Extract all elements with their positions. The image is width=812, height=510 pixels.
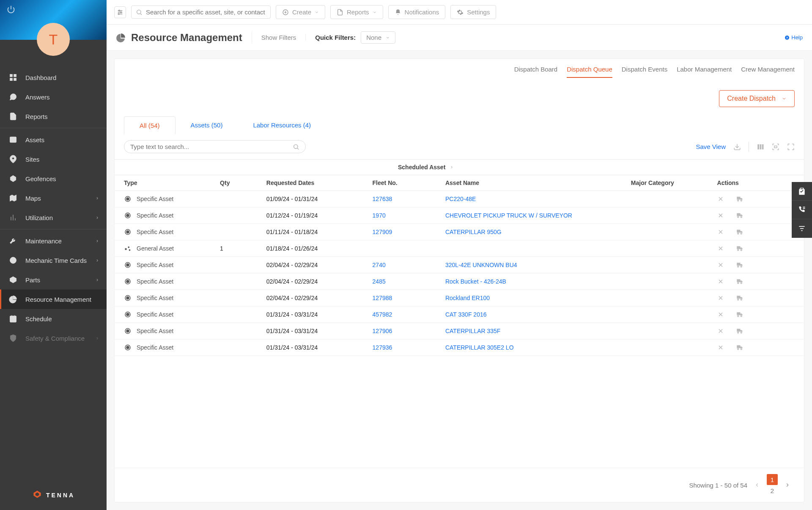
asset-name-link[interactable]: Rockland ER100 xyxy=(445,295,490,301)
remove-icon[interactable] xyxy=(717,212,724,219)
fleet-link[interactable]: 457982 xyxy=(373,311,392,318)
fleet-link[interactable]: 127936 xyxy=(373,344,392,351)
quick-filters-select[interactable]: None xyxy=(361,31,395,44)
pager-prev[interactable] xyxy=(752,480,763,491)
settings-button[interactable]: Settings xyxy=(450,5,496,19)
truck-icon[interactable] xyxy=(735,245,744,252)
tab-crew-management[interactable]: Crew Management xyxy=(741,66,795,78)
sidebar-item-parts[interactable]: Parts› xyxy=(0,270,107,289)
sub-tab-1[interactable]: Assets (50) xyxy=(176,116,238,134)
truck-icon[interactable] xyxy=(735,344,744,351)
tab-dispatch-queue[interactable]: Dispatch Queue xyxy=(567,66,612,78)
scheduled-asset-group-header[interactable]: Scheduled Asset xyxy=(115,159,804,175)
power-icon[interactable] xyxy=(7,5,15,14)
asset-name-link[interactable]: 320L-42E UNKNOWN BU4 xyxy=(445,262,517,268)
sub-tab-2[interactable]: Labor Resources (4) xyxy=(238,116,326,134)
remove-icon[interactable] xyxy=(717,344,724,351)
pager-page-1[interactable]: 1 xyxy=(767,474,778,485)
show-filters-link[interactable]: Show Filters xyxy=(261,34,306,41)
truck-icon[interactable] xyxy=(735,212,744,219)
table-search[interactable] xyxy=(124,140,306,153)
sidebar-item-resource-management[interactable]: Resource Management xyxy=(0,289,107,309)
truck-icon[interactable] xyxy=(735,261,744,269)
col-header-category[interactable]: Major Category xyxy=(625,175,711,191)
fleet-link[interactable]: 2485 xyxy=(373,278,386,285)
asset-name-link[interactable]: Rock Bucket - 426-24B xyxy=(445,278,506,285)
create-dispatch-button[interactable]: Create Dispatch xyxy=(719,90,795,107)
truck-icon[interactable] xyxy=(735,278,744,285)
pager-page-2[interactable]: 2 xyxy=(767,485,778,496)
remove-icon[interactable] xyxy=(717,311,724,318)
fleet-link[interactable]: 1970 xyxy=(373,212,386,219)
remove-icon[interactable] xyxy=(717,262,724,268)
sidebar-item-safety-compliance[interactable]: Safety & Compliance› xyxy=(0,328,107,348)
sidebar-item-assets[interactable]: Assets xyxy=(0,130,107,149)
remove-icon[interactable] xyxy=(717,229,724,235)
sidebar-item-sites[interactable]: Sites xyxy=(0,149,107,169)
remove-icon[interactable] xyxy=(717,196,724,202)
asset-name-link[interactable]: CATERPILLAR 950G xyxy=(445,229,502,235)
sidebar-item-utilization[interactable]: Utilization› xyxy=(0,208,107,227)
fleet-link[interactable]: 127638 xyxy=(373,196,392,202)
fleet-link[interactable]: 127906 xyxy=(373,328,392,334)
sidebar-item-geofences[interactable]: Geofences xyxy=(0,169,107,188)
notifications-button[interactable]: Notifications xyxy=(388,5,446,19)
focus-icon[interactable] xyxy=(772,143,779,151)
svg-point-85 xyxy=(126,313,129,316)
fleet-link[interactable]: 127909 xyxy=(373,229,392,235)
pager-next[interactable] xyxy=(782,480,793,491)
sidebar-item-maps[interactable]: Maps› xyxy=(0,188,107,208)
col-header-fleet[interactable]: Fleet No. xyxy=(367,175,439,191)
truck-icon[interactable] xyxy=(735,228,744,236)
svg-point-42 xyxy=(126,198,129,200)
tab-labor-management[interactable]: Labor Management xyxy=(677,66,732,78)
create-button[interactable]: Create xyxy=(276,5,325,19)
page-header: Resource Management Show Filters Quick F… xyxy=(107,25,812,51)
col-header-type[interactable]: Type xyxy=(115,175,214,191)
tab-dispatch-board[interactable]: Dispatch Board xyxy=(514,66,558,78)
global-search[interactable] xyxy=(131,6,271,19)
col-header-dates[interactable]: Requested Dates xyxy=(261,175,367,191)
help-link[interactable]: ? Help xyxy=(785,34,803,41)
sidebar-item-schedule[interactable]: Schedule xyxy=(0,309,107,328)
remove-icon[interactable] xyxy=(717,328,724,334)
fullscreen-icon[interactable] xyxy=(787,143,795,151)
asset-name-link[interactable]: CATERPILLAR 305E2 LO xyxy=(445,344,514,351)
download-icon[interactable] xyxy=(733,143,741,151)
filters-toggle-icon[interactable] xyxy=(114,6,126,18)
save-view-link[interactable]: Save View xyxy=(696,143,726,150)
truck-icon[interactable] xyxy=(735,195,744,203)
col-header-name[interactable]: Asset Name xyxy=(439,175,625,191)
asset-name-link[interactable]: CHEVROLET PICKUP TRUCK W / SURVEYOR xyxy=(445,212,572,219)
fleet-link[interactable]: 2740 xyxy=(373,262,386,268)
svg-rect-38 xyxy=(760,144,762,149)
sidebar-item-answers[interactable]: Answers xyxy=(0,87,107,107)
table-search-input[interactable] xyxy=(130,143,293,150)
search-input[interactable] xyxy=(146,8,266,16)
col-header-actions[interactable]: Actions xyxy=(711,175,804,191)
truck-icon[interactable] xyxy=(735,311,744,318)
avatar[interactable]: T xyxy=(37,23,70,56)
clipboard-icon[interactable] xyxy=(792,182,812,201)
remove-icon[interactable] xyxy=(717,245,724,252)
reports-button[interactable]: Reports xyxy=(330,5,383,19)
col-header-qty[interactable]: Qty xyxy=(214,175,261,191)
filter-icon[interactable] xyxy=(792,219,812,238)
sub-tab-0[interactable]: All (54) xyxy=(124,116,176,134)
asset-name-link[interactable]: CATERPILLAR 335F xyxy=(445,328,500,334)
tab-dispatch-events[interactable]: Dispatch Events xyxy=(622,66,667,78)
asset-name-link[interactable]: CAT 330F 2016 xyxy=(445,311,487,318)
truck-icon[interactable] xyxy=(735,327,744,335)
phone-icon[interactable] xyxy=(792,201,812,219)
sidebar-item-maintenance[interactable]: Maintenance› xyxy=(0,231,107,251)
sidebar-item-mechanic-time-cards[interactable]: Mechanic Time Cards› xyxy=(0,251,107,270)
sidebar-item-reports[interactable]: Reports xyxy=(0,107,107,126)
svg-point-61 xyxy=(129,249,131,251)
asset-name-link[interactable]: PC220-48E xyxy=(445,196,476,202)
remove-icon[interactable] xyxy=(717,278,724,285)
sidebar-item-dashboard[interactable]: Dashboard xyxy=(0,68,107,87)
truck-icon[interactable] xyxy=(735,294,744,302)
columns-icon[interactable] xyxy=(757,143,764,151)
remove-icon[interactable] xyxy=(717,295,724,301)
fleet-link[interactable]: 127988 xyxy=(373,295,392,301)
